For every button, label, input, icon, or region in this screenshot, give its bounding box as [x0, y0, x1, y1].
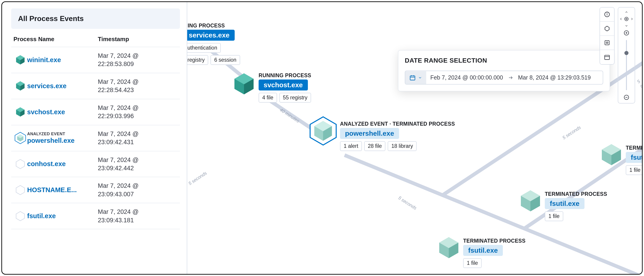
cube-icon — [14, 81, 27, 91]
table-row[interactable]: conhost.exeMar 7, 2024 @23:09:42.442 — [11, 151, 180, 177]
shape-button[interactable] — [600, 22, 614, 36]
zoom-control — [618, 7, 635, 103]
analyzed-hex-icon — [308, 116, 338, 147]
badge[interactable]: registry — [187, 55, 208, 65]
chevron-up-icon[interactable] — [624, 10, 629, 14]
cube-icon — [14, 55, 27, 65]
node-services[interactable]: NING PROCESS services.exe uthentication … — [187, 23, 240, 65]
chevron-right-icon[interactable] — [630, 17, 634, 22]
svg-point-50 — [626, 18, 627, 20]
table-row[interactable]: HOSTNAME.E...Mar 7, 2024 @23:09:43.007 — [11, 177, 180, 203]
node-label: TERMINATED PROCESS — [463, 238, 526, 244]
date-from[interactable]: Feb 7, 2024 @ 00:00:00.000 — [430, 74, 503, 81]
cube-icon — [438, 236, 460, 260]
badge[interactable]: 1 file — [626, 165, 642, 175]
svg-point-43 — [607, 13, 607, 14]
col-header-name: Process Name — [14, 36, 98, 43]
timestamp: Mar 7, 2024 @23:09:42.431 — [98, 130, 178, 147]
node-powershell[interactable]: ANALYZED EVENT · TERMINATED PROCESS powe… — [340, 121, 455, 151]
table-row[interactable]: fsutil.exeMar 7, 2024 @23:09:43.181 — [11, 203, 180, 229]
zoom-out-icon[interactable] — [624, 94, 630, 100]
process-name-link[interactable]: svchost.exe — [27, 108, 98, 116]
svg-rect-36 — [410, 76, 415, 80]
timestamp: Mar 7, 2024 @22:28:54.423 — [98, 78, 178, 94]
cube-icon — [232, 72, 256, 96]
svg-point-46 — [606, 42, 608, 44]
table-row[interactable]: ANALYZED EVENTpowershell.exeMar 7, 2024 … — [11, 125, 180, 151]
svg-rect-45 — [605, 41, 609, 45]
node-name[interactable]: fsutil.exe — [545, 198, 584, 209]
node-name[interactable]: svchost.exe — [258, 79, 308, 90]
col-header-ts: Timestamp — [98, 36, 178, 43]
node-label: TERMINATED PROCESS — [545, 191, 607, 197]
badge[interactable]: 1 file — [463, 258, 482, 268]
process-name-link[interactable]: wininit.exe — [27, 56, 98, 64]
svg-point-49 — [624, 17, 628, 21]
node-fsutil[interactable]: TERMINA fsutil 1 file — [626, 145, 642, 175]
node-label: RUNNING PROCESS — [258, 72, 311, 79]
badge[interactable]: 55 registry — [279, 93, 311, 103]
analyzed-tag: ANALYZED EVENT — [27, 131, 98, 136]
arrow-right-icon — [508, 75, 513, 80]
edge-label: 5 seconds — [562, 125, 582, 141]
graph-controls — [600, 7, 635, 103]
sidebar: All Process Events Process Name Timestam… — [11, 9, 180, 229]
info-button[interactable] — [600, 8, 614, 22]
edge-label: 5 s — [636, 78, 642, 89]
node-fsutil[interactable]: TERMINATED PROCESS fsutil.exe 1 file — [463, 238, 526, 268]
date-to[interactable]: Mar 8, 2024 @ 13:29:03.519 — [518, 74, 591, 81]
node-name[interactable]: services.exe — [187, 30, 235, 41]
node-fsutil[interactable]: TERMINATED PROCESS fsutil.exe 1 file — [545, 191, 607, 221]
table-header: Process Name Timestamp — [11, 29, 180, 47]
process-name-link[interactable]: fsutil.exe — [27, 212, 98, 220]
timestamp: Mar 7, 2024 @22:28:53.809 — [98, 52, 178, 68]
chevron-down-icon — [418, 76, 422, 80]
svg-marker-14 — [16, 211, 25, 220]
badge[interactable]: uthentication — [187, 43, 221, 53]
settings-button[interactable] — [600, 36, 614, 50]
calendar-button[interactable] — [405, 71, 426, 84]
date-range-input[interactable]: Feb 7, 2024 @ 00:00:00.000 Mar 8, 2024 @… — [405, 71, 603, 85]
chevron-down-icon[interactable] — [624, 24, 629, 28]
timestamp: Mar 7, 2024 @22:29:03.996 — [98, 104, 178, 120]
date-range-panel: DATE RANGE SELECTION Feb 7, 2024 @ 00:00… — [398, 50, 610, 91]
badge[interactable]: 1 file — [545, 211, 563, 221]
node-name[interactable]: fsutil — [626, 152, 642, 163]
node-name[interactable]: fsutil.exe — [463, 245, 503, 256]
node-label: NING PROCESS — [187, 23, 240, 29]
zoom-slider[interactable] — [626, 40, 627, 90]
badge[interactable]: 6 session — [210, 55, 240, 65]
graph-canvas[interactable]: NING PROCESS services.exe uthentication … — [187, 2, 642, 274]
hex-outline-icon — [14, 211, 27, 221]
cube-icon — [14, 107, 27, 117]
sidebar-title: All Process Events — [11, 9, 180, 29]
cube-icon — [519, 189, 542, 213]
table-row[interactable]: wininit.exeMar 7, 2024 @22:28:53.809 — [11, 47, 180, 73]
badge[interactable]: 28 file — [364, 141, 386, 151]
process-name-link[interactable]: powershell.exe — [27, 137, 98, 145]
process-name-link[interactable]: services.exe — [27, 82, 98, 90]
badge[interactable]: 18 library — [388, 141, 417, 151]
target-icon[interactable] — [624, 16, 629, 22]
calendar-toggle-button[interactable] — [600, 50, 614, 64]
node-name[interactable]: powershell.exe — [340, 128, 399, 139]
svg-rect-47 — [605, 55, 610, 60]
badge[interactable]: 1 alert — [340, 141, 362, 151]
timestamp: Mar 7, 2024 @23:09:42.442 — [98, 156, 178, 173]
svg-marker-13 — [16, 186, 25, 195]
table-row[interactable]: svchost.exeMar 7, 2024 @22:29:03.996 — [11, 99, 180, 125]
process-name-link[interactable]: conhost.exe — [27, 160, 98, 168]
badge[interactable]: 4 file — [258, 93, 277, 103]
node-label: ANALYZED EVENT · TERMINATED PROCESS — [340, 121, 455, 127]
table-row[interactable]: services.exeMar 7, 2024 @22:28:54.423 — [11, 73, 180, 99]
analyzed-hex-icon — [14, 132, 27, 144]
process-name-link[interactable]: HOSTNAME.E... — [27, 186, 98, 194]
date-range-title: DATE RANGE SELECTION — [405, 57, 603, 64]
edge-label: 5 seconds — [188, 171, 208, 186]
chevron-left-icon[interactable] — [619, 17, 623, 22]
node-svchost[interactable]: RUNNING PROCESS svchost.exe 4 file 55 re… — [258, 72, 311, 103]
zoom-in-icon[interactable] — [624, 30, 630, 36]
hex-outline-icon — [14, 159, 27, 169]
svg-marker-44 — [605, 26, 609, 31]
node-label: TERMINA — [626, 145, 642, 151]
